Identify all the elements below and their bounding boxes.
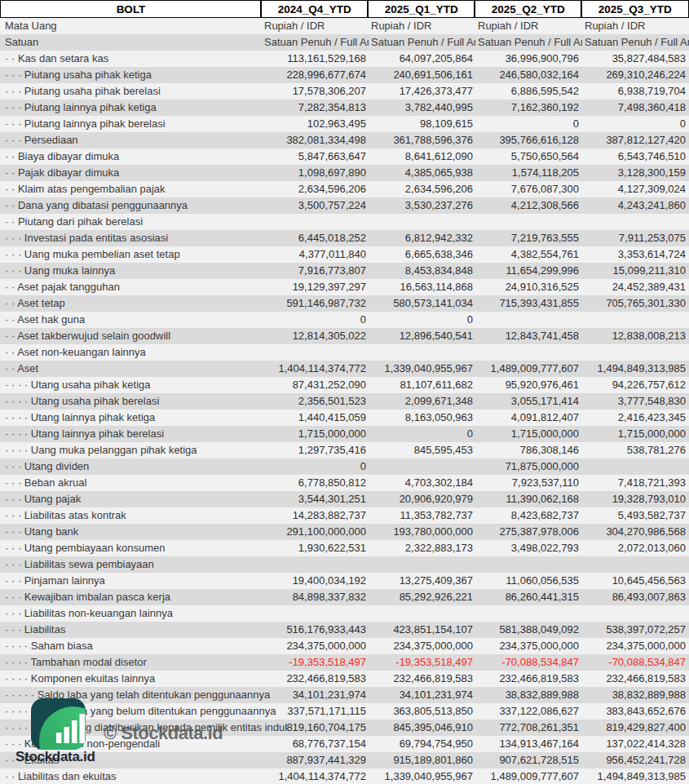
cell-value-q1[interactable]: 516,176,933,443 (286, 622, 366, 638)
cell-value-q4[interactable]: 3,353,614,724 (618, 246, 686, 263)
cell-value-q4[interactable]: 7,498,360,418 (618, 100, 686, 116)
cell-value-q4[interactable]: 2,072,013,060 (618, 540, 686, 556)
cell-value-q4[interactable]: 1,494,849,313,985 (598, 361, 686, 377)
cell-value-q1[interactable]: 1,404,114,374,772 (279, 768, 366, 784)
cell-value-q3[interactable]: 246,580,032,164 (499, 67, 579, 83)
cell-value-q1[interactable]: 3,500,757,224 (298, 197, 366, 214)
cell-value-q4[interactable]: 3,777,548,830 (618, 393, 686, 410)
cell-value-q2[interactable]: 193,780,000,000 (393, 524, 473, 540)
cell-value-q1[interactable]: 6,445,018,252 (298, 230, 366, 246)
cell-value-q4[interactable]: 38,832,889,988 (612, 687, 686, 703)
company-ticker-cell[interactable]: BOLT (0, 0, 262, 18)
row-label[interactable]: · · Liabilitas dan ekuitas (5, 768, 287, 784)
cell-value-q3[interactable]: 1,489,009,777,607 (491, 768, 579, 784)
cell-value-q1[interactable]: 1,440,415,059 (298, 410, 366, 426)
cell-value-q3[interactable]: 1,574,118,205 (512, 165, 579, 181)
cell-value-q3[interactable]: 1,489,009,777,607 (491, 361, 579, 377)
cell-value-q2[interactable]: 845,395,046,910 (393, 720, 473, 736)
cell-value-q2[interactable]: 1,339,040,955,967 (385, 768, 473, 784)
cell-value-q4[interactable]: 956,452,241,728 (606, 752, 686, 768)
cell-value-q4[interactable]: 1,715,000,000 (618, 426, 686, 442)
cell-value-q2[interactable]: 2,099,671,348 (405, 393, 473, 410)
cell-value-q1[interactable]: 4,377,011,840 (299, 246, 366, 263)
cell-value-q1[interactable]: 234,375,000,000 (286, 638, 366, 654)
cell-value-q2[interactable]: 69,794,754,950 (400, 736, 473, 752)
cell-value-q2[interactable]: 3,530,237,276 (405, 197, 473, 214)
cell-value-q1[interactable]: 34,101,231,974 (293, 687, 366, 703)
cell-value-q2[interactable]: 85,292,926,221 (400, 589, 473, 605)
cell-value-q4[interactable]: 4,243,241,860 (618, 197, 686, 214)
cell-value-q4[interactable]: 705,765,301,330 (606, 295, 686, 312)
row-label[interactable]: Satuan (5, 34, 287, 51)
cell-value-q3[interactable]: 786,308,146 (520, 442, 579, 458)
row-label[interactable]: · · · Liabilitas sewa pembiayaan (5, 556, 287, 573)
cell-value-q4[interactable]: 3,128,300,159 (618, 165, 686, 181)
cell-value-q3[interactable]: 772,708,261,351 (499, 720, 579, 736)
row-label[interactable]: · · Kas dan setara kas (5, 51, 287, 67)
cell-value-q1[interactable]: 1,098,697,890 (298, 165, 366, 181)
row-label[interactable]: · · · Pinjaman lainnya (5, 573, 287, 589)
cell-value-q2[interactable]: 0 (467, 426, 473, 442)
cell-value-q4[interactable]: 5,493,582,737 (618, 507, 686, 524)
cell-value-q2[interactable]: 8,453,834,848 (405, 263, 473, 279)
cell-value-q4[interactable]: 7,418,721,393 (618, 475, 686, 491)
cell-value-q2[interactable]: 1,339,040,955,967 (385, 361, 473, 377)
row-label[interactable]: · · · Liabilitas atas kontrak (5, 507, 287, 524)
cell-value-q3[interactable]: 7,219,763,555 (511, 230, 579, 246)
row-label[interactable]: · · Aset non-keuangan lainnya (5, 344, 287, 361)
cell-value-q2[interactable]: Satuan Penuh / Full Amount (371, 34, 475, 51)
cell-value-q2[interactable]: 2,322,883,173 (405, 540, 473, 556)
cell-value-q1[interactable]: 6,778,850,812 (298, 475, 366, 491)
cell-value-q1[interactable]: 5,847,663,647 (298, 148, 366, 165)
cell-value-q1[interactable]: 17,578,306,207 (293, 83, 366, 100)
cell-value-q1[interactable]: 337,571,171,115 (287, 703, 366, 720)
row-label[interactable]: · · · Uang muka lainnya (5, 263, 287, 279)
row-label[interactable]: · · · · Komponen ekuitas lainnya (5, 671, 287, 687)
cell-value-q1[interactable]: Satuan Penuh / Full Amount (264, 34, 369, 51)
cell-value-q3[interactable]: Rupiah / IDR (478, 18, 582, 34)
cell-value-q4[interactable]: 819,429,827,400 (606, 720, 686, 736)
cell-value-q3[interactable]: 3,055,171,414 (511, 393, 579, 410)
cell-value-q3[interactable]: 4,212,308,566 (511, 197, 579, 214)
cell-value-q4[interactable]: 19,328,793,010 (612, 491, 686, 507)
row-label[interactable]: · · · · Utang lainnya pihak berelasi (5, 426, 287, 442)
cell-value-q4[interactable]: 7,911,253,075 (619, 230, 686, 246)
cell-value-q3[interactable]: 7,676,087,300 (511, 181, 579, 197)
cell-value-q1[interactable]: 887,937,441,329 (286, 752, 366, 768)
row-label[interactable]: · · · Piutang lainnya pihak ketiga (5, 100, 287, 116)
cell-value-q3[interactable]: 38,832,889,988 (506, 687, 579, 703)
cell-value-q3[interactable]: 1,715,000,000 (511, 426, 579, 442)
cell-value-q1[interactable]: 14,283,882,737 (293, 507, 366, 524)
row-label[interactable]: · · · Utang dividen (5, 458, 287, 475)
cell-value-q4[interactable]: 387,812,127,420 (606, 132, 686, 148)
cell-value-q4[interactable]: -70,088,534,847 (608, 654, 686, 671)
row-label[interactable]: · · · · Utang usaha pihak ketiga (5, 377, 287, 393)
cell-value-q2[interactable]: 361,788,596,376 (393, 132, 473, 148)
cell-value-q4[interactable]: 15,099,211,310 (613, 263, 686, 279)
row-label[interactable]: · · · · Utang usaha pihak berelasi (5, 393, 287, 410)
row-label[interactable]: · · Aset pajak tangguhan (5, 279, 287, 295)
cell-value-q1[interactable]: 0 (360, 312, 366, 328)
cell-value-q1[interactable]: 1,404,114,374,772 (279, 361, 366, 377)
cell-value-q1[interactable]: -19,353,518,497 (289, 654, 366, 671)
cell-value-q3[interactable]: 24,910,316,525 (506, 279, 579, 295)
cell-value-q4[interactable]: Satuan Penuh / Full Amount (585, 34, 689, 51)
cell-value-q4[interactable]: 1,494,849,313,985 (598, 768, 686, 784)
cell-value-q2[interactable]: 6,812,942,332 (405, 230, 473, 246)
cell-value-q1[interactable]: 3,544,301,251 (298, 491, 366, 507)
row-label[interactable]: · · · Utang pembiayaan konsumen (5, 540, 287, 556)
cell-value-q4[interactable]: 232,466,819,583 (606, 671, 686, 687)
cell-value-q4[interactable]: 269,310,246,224 (606, 67, 686, 83)
cell-value-q4[interactable]: Rupiah / IDR (585, 18, 689, 34)
cell-value-q1[interactable]: 68,776,737,154 (293, 736, 366, 752)
row-label[interactable]: · · · · Tambahan modal disetor (5, 654, 287, 671)
cell-value-q3[interactable]: 134,913,467,164 (499, 736, 579, 752)
cell-value-q3[interactable]: 907,621,728,515 (499, 752, 579, 768)
period-header-cell-1[interactable]: 2024_Q4_YTD (260, 0, 369, 18)
row-label[interactable]: · · Aset (5, 361, 287, 377)
cell-value-q2[interactable]: 6,665,638,346 (405, 246, 473, 263)
cell-value-q2[interactable]: 64,097,205,864 (400, 51, 473, 67)
cell-value-q4[interactable]: 304,270,986,568 (606, 524, 686, 540)
row-label[interactable]: · · Klaim atas pengembalian pajak (5, 181, 287, 197)
period-header-cell-4[interactable]: 2025_Q3_YTD (581, 0, 689, 18)
